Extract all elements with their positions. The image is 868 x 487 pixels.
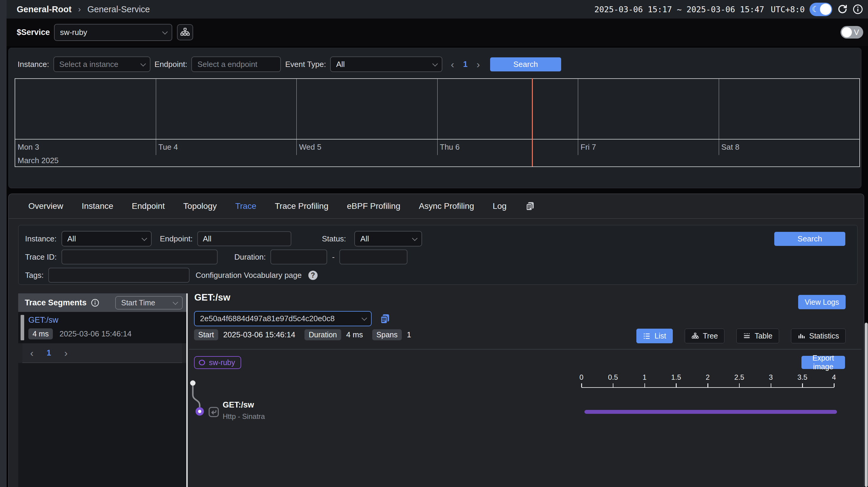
event-instance-select[interactable]: Select a instance	[54, 56, 150, 72]
axis-tick-mark	[739, 383, 740, 387]
start-value: 2025-03-06 15:46:14	[223, 330, 295, 339]
spans-badge: Spans	[372, 329, 402, 340]
timeline-column	[297, 79, 438, 139]
segments-sort-select[interactable]: Start Time	[115, 296, 183, 310]
trace-search-button[interactable]: Search	[774, 232, 845, 246]
trace-filter-box: Instance: All Endpoint: Status: All Trac…	[18, 225, 858, 285]
tags-input[interactable]	[49, 268, 190, 283]
spans-value: 1	[407, 330, 411, 339]
view-mode-table[interactable]: Table	[736, 328, 779, 343]
timeline-day-mon-3: Mon 3	[15, 140, 156, 155]
help-icon[interactable]: ?	[308, 271, 318, 280]
segment-start-time: 2025-03-06 15:46:14	[59, 329, 131, 339]
duration-max-input[interactable]	[339, 250, 407, 264]
events-panel: Instance: Select a instance Endpoint: Se…	[8, 48, 862, 188]
copy-trace-id-icon[interactable]	[379, 313, 391, 324]
tab-log[interactable]: Log	[493, 201, 506, 211]
export-image-button[interactable]: Export image	[801, 356, 845, 369]
event-endpoint-placeholder: Select a endpoint	[197, 60, 257, 69]
service-topology-button[interactable]	[177, 24, 193, 40]
timeline-day-wed-5: Wed 5	[297, 140, 437, 155]
view-mode-label: Table	[754, 332, 773, 340]
next-page-icon[interactable]: ›	[64, 348, 67, 358]
event-endpoint-input[interactable]: Select a endpoint	[191, 56, 281, 72]
collapsed-sidebar-strip[interactable]	[0, 0, 6, 487]
scrollbar-thumb[interactable]	[865, 323, 868, 487]
event-instance-label: Instance:	[18, 60, 49, 69]
page-number[interactable]: 1	[46, 348, 51, 357]
trace-status-select[interactable]: All	[354, 231, 422, 247]
span-name[interactable]: GET:/sw	[223, 400, 254, 410]
trace-endpoint-input[interactable]	[197, 231, 291, 246]
trace-id-select[interactable]: 2e50a4f6884d497a81e97d5c4c20e0c8	[194, 311, 372, 326]
tab-endpoint[interactable]: Endpoint	[132, 201, 165, 211]
dashboard-panel: OverviewInstanceEndpointTopologyTraceTra…	[8, 194, 864, 487]
trace-instance-value: All	[67, 234, 76, 244]
service-label: $Service	[17, 28, 50, 37]
trace-detail-panel: GET:/sw View Logs 2e50a4f6884d497a81e97d…	[189, 286, 864, 487]
timeline-day-thu-6: Thu 6	[437, 140, 578, 155]
axis-tick-mark	[581, 383, 582, 387]
view-logs-button[interactable]: View Logs	[798, 295, 846, 309]
trace-instance-select[interactable]: All	[61, 231, 152, 247]
chevron-down-icon	[162, 29, 168, 34]
breadcrumb-root[interactable]: General-Root	[17, 4, 72, 15]
tab-ebpf-profiling[interactable]: eBPF Profiling	[347, 201, 400, 211]
timeline-chart	[15, 79, 859, 139]
timeline-column	[438, 79, 579, 139]
trace-id-input[interactable]	[61, 250, 218, 264]
theme-toggle[interactable]: ☾	[809, 3, 832, 16]
segment-name[interactable]: GET:/sw	[28, 315, 186, 325]
duration-min-input[interactable]	[271, 250, 327, 264]
trace-meta-row: Start 2025-03-06 15:46:14 Duration 4 ms …	[194, 329, 415, 340]
tab-instance[interactable]: Instance	[82, 201, 114, 211]
tab-topology[interactable]: Topology	[183, 201, 217, 211]
info-icon[interactable]	[852, 4, 863, 15]
service-legend-tag[interactable]: sw-ruby	[194, 356, 241, 369]
events-timeline[interactable]: Mon 3Tue 4Wed 5Thu 6Fri 7Sat 8March 2025	[14, 78, 860, 167]
event-type-select[interactable]: All	[330, 56, 442, 72]
prev-page-icon[interactable]: ‹	[30, 348, 33, 358]
view-mode-list[interactable]: List	[637, 328, 673, 343]
tab-overview[interactable]: Overview	[28, 201, 63, 211]
span-duration-bar[interactable]	[584, 410, 837, 414]
refresh-icon[interactable]	[837, 4, 848, 15]
view-mode-statistics[interactable]: Statistics	[791, 328, 846, 343]
view-mode-buttons: ListTreeTableStatistics	[637, 328, 846, 343]
vocabulary-page-link[interactable]: Configuration Vocabulary page	[195, 271, 302, 280]
version-toggle-label: V	[854, 28, 859, 37]
service-tag-label: sw-ruby	[209, 358, 235, 367]
top-header: General-Root › General-Service 2025-03-0…	[6, 0, 868, 19]
info-icon[interactable]	[91, 298, 99, 307]
page-number[interactable]: 1	[463, 60, 468, 69]
events-search-button[interactable]: Search	[490, 57, 561, 71]
time-axis-ticks	[582, 383, 834, 388]
version-toggle[interactable]: V	[841, 26, 863, 38]
trace-segment-item[interactable]: GET:/sw 4 ms 2025-03-06 15:46:14	[18, 312, 186, 343]
copy-pages-icon[interactable]	[525, 201, 535, 211]
timeline-column	[15, 79, 156, 139]
time-range[interactable]: 2025-03-06 15:17 ~ 2025-03-06 15:47	[594, 5, 764, 14]
panel-splitter[interactable]	[186, 293, 188, 487]
trace-instance-label: Instance:	[25, 234, 57, 244]
time-axis-labels: 00.511.522.533.54	[582, 373, 834, 383]
service-select[interactable]: sw-ruby	[54, 24, 172, 41]
tab-trace[interactable]: Trace	[235, 201, 256, 211]
service-ring-icon	[199, 360, 205, 365]
breadcrumb-current[interactable]: General-Service	[88, 4, 150, 15]
chevron-down-icon	[412, 235, 417, 241]
enter-span-icon[interactable]	[208, 406, 220, 418]
tab-trace-profiling[interactable]: Trace Profiling	[275, 201, 328, 211]
prev-page-icon[interactable]: ‹	[451, 59, 454, 69]
trace-segments-title: Trace Segments	[25, 298, 87, 308]
toggle-knob	[842, 27, 852, 37]
next-page-icon[interactable]: ›	[477, 59, 480, 69]
timeline-column	[578, 79, 719, 139]
divider	[189, 349, 862, 349]
view-mode-tree[interactable]: Tree	[685, 328, 724, 343]
segments-list-empty-area	[18, 363, 186, 487]
tab-async-profiling[interactable]: Async Profiling	[419, 201, 474, 211]
segments-sort-value: Start Time	[121, 298, 155, 307]
toggle-knob	[820, 4, 831, 15]
duration-label: Duration:	[234, 253, 266, 262]
